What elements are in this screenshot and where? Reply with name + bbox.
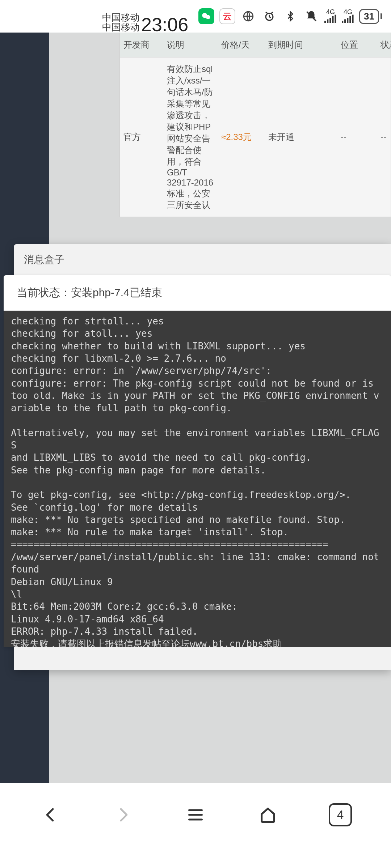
bluetooth-icon bbox=[282, 8, 298, 24]
cloud-app-icon: 云 bbox=[219, 8, 235, 24]
wechat-icon bbox=[198, 8, 214, 24]
table-row[interactable]: 官方 有效防止sql注入/xss/一句话木马/防采集等常见渗透攻击，建议和PHP… bbox=[120, 58, 391, 217]
app-viewport: 开发商 说明 价格/天 到期时间 位置 状态 官方 有效防止sql注入/xss/… bbox=[0, 33, 391, 783]
alarm-icon bbox=[261, 8, 277, 24]
battery-pct: 31 bbox=[359, 9, 379, 24]
svg-point-1 bbox=[206, 15, 210, 20]
plugin-table: 开发商 说明 价格/天 到期时间 位置 状态 官方 有效防止sql注入/xss/… bbox=[119, 33, 391, 217]
tab-count: 4 bbox=[329, 803, 352, 826]
svg-rect-9 bbox=[342, 21, 343, 23]
terminal-output[interactable]: checking for strtoll... yes checking for… bbox=[4, 311, 391, 647]
signal-2-icon: 4G bbox=[342, 9, 354, 23]
status-prefix: 当前状态： bbox=[17, 286, 71, 298]
task-panel: 当前状态：安装php-7.4已结束 checking for strtoll..… bbox=[4, 275, 391, 647]
tabs-button[interactable]: 4 bbox=[328, 802, 353, 827]
modal-title: 消息盒子 bbox=[14, 244, 391, 275]
forward-button[interactable] bbox=[110, 802, 136, 827]
status-text: 安装php-7.4已结束 bbox=[71, 286, 162, 298]
carrier-labels: 中国移动 中国移动 bbox=[102, 13, 140, 33]
table-header-row: 开发商 说明 价格/天 到期时间 位置 状态 bbox=[120, 33, 391, 58]
svg-rect-13 bbox=[352, 15, 353, 23]
cell-developer: 官方 bbox=[120, 58, 163, 217]
cell-position: -- bbox=[337, 58, 377, 217]
svg-rect-8 bbox=[335, 15, 336, 23]
th-expiry: 到期时间 bbox=[265, 33, 337, 58]
clock-time: 23:06 bbox=[141, 14, 188, 35]
globe-icon bbox=[240, 8, 256, 24]
back-button[interactable] bbox=[38, 802, 63, 827]
carrier-1: 中国移动 bbox=[102, 13, 140, 22]
status-bar: 中国移动 中国移动 23:06 云 4G 4G 31 bbox=[0, 0, 391, 33]
carrier-2: 中国移动 bbox=[102, 22, 140, 32]
svg-rect-5 bbox=[327, 20, 328, 23]
battery-indicator: 31 bbox=[359, 9, 382, 24]
th-price: 价格/天 bbox=[218, 33, 265, 58]
browser-bottom-nav: 4 bbox=[0, 783, 391, 868]
svg-rect-12 bbox=[349, 16, 351, 23]
home-button[interactable] bbox=[255, 802, 281, 827]
cell-price: ≈2.33元 bbox=[218, 58, 265, 217]
task-status-header: 当前状态：安装php-7.4已结束 bbox=[4, 275, 391, 311]
status-icons: 云 4G 4G 31 bbox=[198, 8, 382, 24]
cell-description: 有效防止sql注入/xss/一句话木马/防采集等常见渗透攻击，建议和PHP网站安… bbox=[163, 58, 218, 217]
th-description: 说明 bbox=[163, 33, 218, 58]
notifications-muted-icon bbox=[303, 8, 319, 24]
cell-status: -- bbox=[377, 58, 391, 217]
svg-rect-4 bbox=[324, 21, 326, 23]
th-developer: 开发商 bbox=[120, 33, 163, 58]
svg-rect-11 bbox=[347, 18, 348, 23]
svg-rect-7 bbox=[332, 16, 333, 23]
svg-rect-10 bbox=[344, 20, 346, 23]
th-status: 状态 bbox=[377, 33, 391, 58]
svg-rect-6 bbox=[329, 18, 331, 23]
th-position: 位置 bbox=[337, 33, 377, 58]
modal-footer-space bbox=[14, 647, 391, 670]
menu-button[interactable] bbox=[183, 802, 208, 827]
cell-expiry: 未开通 bbox=[265, 58, 337, 217]
message-box-modal: 消息盒子 当前状态：安装php-7.4已结束 checking for strt… bbox=[14, 244, 391, 670]
signal-1-icon: 4G bbox=[324, 9, 337, 23]
